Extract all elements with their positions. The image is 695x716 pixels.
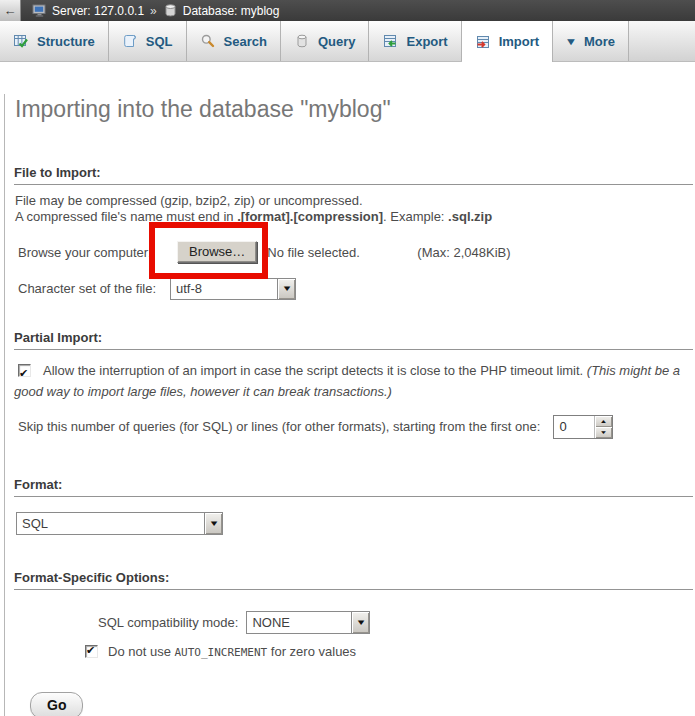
tab-label: Export	[406, 34, 447, 49]
filename-rule-example: .sql.zip	[448, 209, 492, 224]
skip-queries-label: Skip this number of queries (for SQL) or…	[18, 419, 540, 434]
sql-compatibility-label: SQL compatibility mode:	[98, 615, 238, 630]
breadcrumb-server-link[interactable]: Server: 127.0.0.1	[52, 4, 144, 18]
tab-label: More	[584, 34, 615, 49]
chevron-down-icon[interactable]: ▼	[351, 612, 369, 633]
query-icon	[294, 33, 310, 49]
back-arrow-icon: ←	[4, 3, 17, 18]
section-heading-partial-import: Partial Import:	[14, 330, 693, 350]
server-icon	[32, 3, 47, 18]
check-icon: ✔	[86, 644, 95, 657]
sql-compatibility-row: SQL compatibility mode: NONE ▼	[14, 611, 693, 634]
format-select[interactable]: SQL ▼	[16, 512, 223, 535]
allow-interruption-checkbox[interactable]: ✔	[18, 364, 31, 377]
chevron-down-icon[interactable]: ▼	[204, 513, 222, 534]
tab-bar: Structure SQL Search	[0, 21, 695, 62]
tab-label: Import	[499, 34, 539, 49]
auto-increment-code: AUTO_INCREMENT	[175, 646, 268, 659]
back-button[interactable]: ←	[0, 0, 21, 21]
breadcrumb-database-link[interactable]: Database: myblog	[183, 4, 280, 18]
format-selected-value: SQL	[17, 513, 204, 534]
charset-label: Character set of the file:	[18, 281, 170, 296]
skip-queries-input[interactable]: 0 ▲ ▼	[553, 415, 613, 439]
filename-rule-mid: . Example:	[383, 209, 448, 224]
up-arrow-icon: ▲	[600, 418, 608, 424]
charset-row: Character set of the file: utf-8 ▼	[14, 277, 693, 300]
structure-icon	[13, 33, 29, 49]
browse-row: Browse your computer: Browse… No file se…	[14, 240, 693, 264]
tab-label: Structure	[37, 34, 95, 49]
chevron-down-icon[interactable]: ▼	[277, 279, 295, 299]
tab-query[interactable]: Query	[281, 21, 370, 61]
max-size-text: (Max: 2,048KiB)	[417, 245, 510, 260]
check-icon: ✔	[19, 363, 28, 384]
tab-search[interactable]: Search	[187, 21, 281, 61]
search-icon	[200, 33, 216, 49]
charset-select[interactable]: utf-8 ▼	[170, 278, 296, 300]
auto-increment-row: ✔ Do not use AUTO_INCREMENT for zero val…	[14, 643, 693, 659]
tab-label: Search	[224, 34, 267, 49]
skip-queries-row: Skip this number of queries (for SQL) or…	[14, 414, 693, 439]
spinner-down-button[interactable]: ▼	[595, 427, 612, 438]
sql-icon	[122, 33, 138, 49]
spinner-buttons: ▲ ▼	[594, 416, 612, 438]
allow-interruption-text: Allow the interruption of an import in c…	[43, 363, 587, 378]
import-icon	[475, 34, 491, 50]
breadcrumb-bar: ← Server: 127.0.0.1 » Database: myblog	[0, 0, 695, 21]
export-icon	[382, 33, 398, 49]
allow-interruption-row: ✔Allow the interruption of an import in …	[14, 360, 682, 402]
go-button[interactable]: Go	[30, 692, 83, 716]
filename-rule-pattern: .[format].[compression]	[237, 209, 383, 224]
tab-label: Query	[318, 34, 356, 49]
spinner-up-button[interactable]: ▲	[595, 416, 612, 427]
charset-selected-value: utf-8	[171, 279, 277, 299]
down-arrow-icon: ▼	[600, 429, 608, 435]
auto-increment-label: Do not use AUTO_INCREMENT for zero value…	[108, 644, 356, 659]
filename-rule-prefix: A compressed file's name must end in	[15, 209, 237, 224]
tab-sql[interactable]: SQL	[109, 21, 187, 61]
sql-compatibility-select[interactable]: NONE ▼	[246, 611, 370, 634]
phpmyadmin-import-page: ← Server: 127.0.0.1 » Database: myblog	[0, 0, 695, 716]
breadcrumb-separator: »	[149, 4, 158, 18]
chevron-down-icon: ▼	[565, 36, 578, 47]
format-select-row: SQL ▼	[14, 512, 693, 535]
tab-structure[interactable]: Structure	[0, 21, 109, 61]
database-icon	[163, 3, 178, 18]
section-heading-format-specific-options: Format-Specific Options:	[14, 570, 693, 590]
tab-label: SQL	[146, 34, 173, 49]
skip-queries-value: 0	[554, 416, 594, 438]
page-title: Importing into the database "myblog"	[15, 94, 693, 124]
tab-more[interactable]: ▼ More	[553, 21, 629, 61]
no-file-selected-text: No file selected.	[267, 245, 417, 260]
browse-button[interactable]: Browse…	[177, 241, 257, 263]
file-import-help-text: File may be compressed (gzip, bzip2, zip…	[15, 193, 693, 225]
browse-label: Browse your computer:	[18, 245, 163, 260]
tab-import[interactable]: Import	[462, 21, 553, 62]
section-heading-file-to-import: File to Import:	[14, 165, 693, 185]
tab-export[interactable]: Export	[369, 21, 461, 61]
compression-line: File may be compressed (gzip, bzip2, zip…	[15, 193, 363, 208]
sql-compatibility-selected-value: NONE	[247, 612, 351, 633]
auto-increment-checkbox[interactable]: ✔	[85, 645, 98, 658]
main-content: Importing into the database "myblog" Fil…	[4, 94, 695, 716]
section-heading-format: Format:	[14, 477, 693, 497]
